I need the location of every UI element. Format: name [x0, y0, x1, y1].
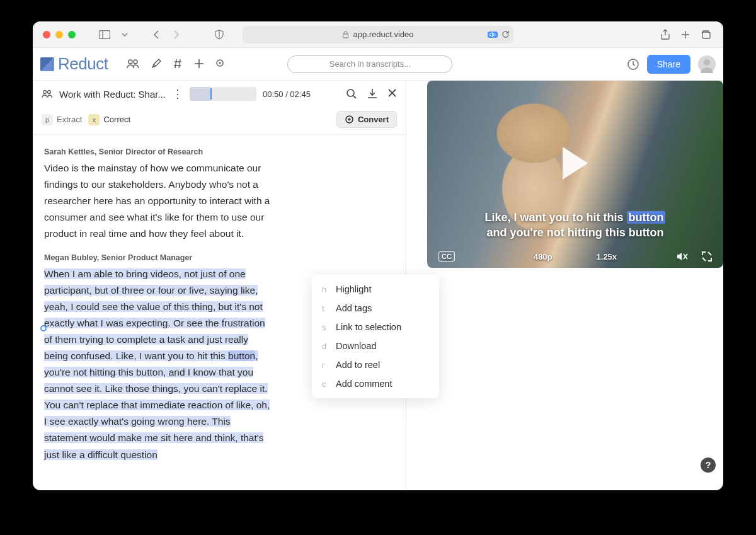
svg-point-6 [134, 60, 137, 64]
svg-point-12 [48, 91, 51, 94]
share-icon[interactable] [658, 27, 673, 42]
play-icon[interactable] [563, 147, 588, 180]
window-controls [43, 31, 76, 38]
svg-rect-4 [702, 32, 710, 38]
extract-action[interactable]: p Extract [42, 114, 82, 125]
highlighted-word: button [228, 350, 255, 361]
transcript-paragraph[interactable]: Video is the mainstay of how we communic… [44, 160, 275, 242]
logo-mark-icon [40, 57, 54, 71]
hash-icon[interactable] [173, 59, 183, 69]
plus-icon[interactable] [194, 59, 204, 69]
document-menu-icon[interactable]: ⋮ [172, 87, 183, 101]
avatar[interactable] [698, 55, 716, 73]
selection-start-handle[interactable] [40, 325, 47, 331]
fullscreen-icon[interactable] [702, 251, 712, 262]
audio-playing-icon[interactable] [488, 32, 498, 38]
video-caption: Like, I want you to hit this button and … [427, 210, 723, 240]
svg-point-10 [704, 59, 710, 66]
mute-icon[interactable] [677, 251, 688, 262]
download-icon[interactable] [367, 88, 377, 100]
svg-rect-0 [100, 30, 110, 38]
forward-button[interactable] [169, 27, 184, 42]
playback-progress[interactable] [190, 87, 256, 101]
help-button[interactable]: ? [701, 457, 716, 473]
playhead[interactable] [210, 88, 212, 100]
extract-key: p [42, 114, 53, 125]
reload-icon[interactable] [501, 30, 510, 38]
close-window-button[interactable] [43, 31, 50, 38]
ctx-highlight[interactable]: hHighlight [312, 280, 439, 299]
toolbar-icons [127, 59, 226, 69]
transcript-paragraph[interactable]: When I am able to bring videos, not just… [44, 266, 275, 463]
svg-point-13 [347, 89, 354, 96]
dropdown-chevron-icon[interactable] [117, 27, 132, 42]
svg-point-5 [129, 60, 132, 64]
close-icon[interactable] [387, 88, 397, 100]
back-button[interactable] [149, 27, 164, 42]
share-button[interactable]: Share [647, 55, 690, 74]
topbar-right: Share [627, 55, 716, 74]
side-area: hHighlight tAdd tags sLink to selection … [406, 81, 723, 490]
ctx-download[interactable]: dDownload [312, 337, 439, 355]
svg-point-8 [219, 62, 221, 64]
correct-action[interactable]: x Correct [88, 114, 130, 125]
browser-window: app.reduct.video Reduct [33, 21, 723, 490]
ctx-add-tags[interactable]: tAdd tags [312, 299, 439, 318]
convert-icon [345, 115, 354, 124]
minimize-window-button[interactable] [55, 31, 63, 38]
ctx-link-selection[interactable]: sLink to selection [312, 318, 439, 337]
sidebar-toggle-icon[interactable] [97, 27, 112, 42]
search-input[interactable]: Search in transcripts... [287, 55, 452, 73]
people-small-icon [42, 89, 53, 99]
document-tools [346, 88, 397, 100]
new-tab-icon[interactable] [678, 27, 693, 42]
address-bar[interactable]: app.reduct.video [243, 26, 513, 43]
ctx-add-comment[interactable]: cAdd comment [312, 374, 439, 393]
extract-label: Extract [57, 115, 82, 124]
address-url: app.reduct.video [353, 30, 413, 39]
tabs-overview-icon[interactable] [698, 27, 713, 42]
maximize-window-button[interactable] [68, 31, 76, 38]
search-in-doc-icon[interactable] [346, 88, 357, 100]
brand-name: Reduct [58, 54, 108, 74]
app-logo[interactable]: Reduct [40, 54, 108, 74]
speaker-label: Sarah Kettles, Senior Director of Resear… [44, 147, 275, 156]
svg-rect-2 [343, 34, 348, 38]
history-icon[interactable] [627, 58, 639, 71]
video-controls: CC 480p 1.25x [427, 251, 723, 262]
highlighter-icon[interactable] [151, 59, 161, 69]
progress-fill [190, 87, 210, 101]
svg-point-15 [348, 118, 350, 121]
document-header: Work with Reduct: Shar... ⋮ 00:50 / 02:4… [33, 81, 406, 107]
closed-captions-toggle[interactable]: CC [438, 251, 455, 262]
address-bar-actions [488, 30, 510, 38]
app-topbar: Reduct Search in transcripts... [33, 48, 723, 81]
browser-titlebar: app.reduct.video [33, 21, 723, 48]
ctx-add-to-reel[interactable]: rAdd to reel [312, 355, 439, 374]
people-icon[interactable] [127, 59, 139, 69]
speed-selector[interactable]: 1.25x [597, 252, 617, 262]
correct-label: Correct [103, 115, 130, 124]
convert-button[interactable]: Convert [336, 111, 397, 128]
shield-icon[interactable] [212, 27, 227, 42]
lock-icon [342, 31, 349, 38]
document-subbar: p Extract x Correct Convert [33, 107, 406, 135]
search-placeholder: Search in transcripts... [329, 59, 411, 69]
selection-context-menu: hHighlight tAdd tags sLink to selection … [312, 275, 439, 398]
document-title: Work with Reduct: Shar... [59, 89, 166, 100]
video-player[interactable]: Like, I want you to hit this button and … [427, 81, 723, 268]
correct-key: x [88, 114, 100, 125]
time-display: 00:50 / 02:45 [263, 89, 311, 99]
quality-selector[interactable]: 480p [534, 252, 553, 262]
svg-point-11 [43, 91, 47, 94]
main-content: Work with Reduct: Shar... ⋮ 00:50 / 02:4… [33, 81, 723, 490]
find-icon[interactable] [215, 59, 226, 69]
speaker-label: Megan Bubley, Senior Product Manager [44, 253, 275, 262]
